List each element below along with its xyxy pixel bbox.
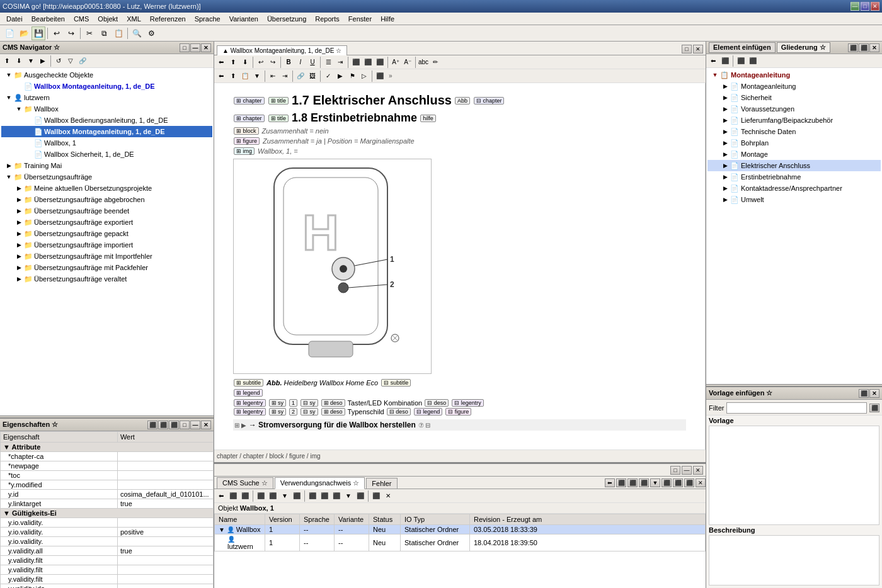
tree-wallbox-folder[interactable]: ▼ 📁 Wallbox (1, 103, 212, 115)
col-status[interactable]: Status (369, 514, 401, 525)
new-btn[interactable]: 📄 (3, 26, 16, 40)
outline-montage-exp[interactable]: ▶ (720, 82, 730, 91)
paste-btn[interactable]: 📋 (112, 26, 125, 40)
btab-ctrl-6[interactable]: ⬛ (662, 478, 672, 487)
prop-ctrl-5[interactable]: — (190, 421, 200, 429)
et2-btn10[interactable]: ▶ (335, 71, 346, 82)
bt-btn7[interactable]: ⬛ (291, 490, 302, 502)
bt-btn4[interactable]: ⬛ (255, 490, 266, 502)
prop-val-toc[interactable] (117, 471, 213, 480)
expander-ausgecheckte[interactable]: ▼ (4, 70, 14, 80)
prop-ctrl-3[interactable]: ⬛ (169, 421, 179, 429)
tree-importiert[interactable]: ▶ 📁 Übersetzungsaufträge importiert (1, 239, 212, 251)
et-btn-1[interactable]: ⬅ (215, 57, 227, 68)
et2-btn8[interactable]: 🖼 (307, 71, 318, 82)
prop-val-yid[interactable]: cosima_default_id_010101... (117, 490, 213, 499)
tab-cms-suche[interactable]: CMS Suche ☆ (217, 477, 273, 489)
outline-erst-exp[interactable]: ▶ (720, 172, 730, 181)
bt-btn10[interactable]: ⬛ (331, 490, 342, 502)
menu-bearbeiten[interactable]: Bearbeiten (28, 14, 69, 23)
btab-ctrl-9[interactable]: ✕ (696, 478, 706, 487)
outline-erstinbetrieb[interactable]: ▶ 📄 Erstinbetriebnahme (707, 171, 881, 183)
outline-lieferumfang[interactable]: ▶ 📄 Lieferumfang/Beipackzubehör (707, 115, 881, 126)
expander-importfehler[interactable]: ▶ (14, 251, 24, 261)
bt-btn13[interactable]: ⬛ (370, 490, 382, 502)
bt-btn6[interactable]: ▼ (279, 490, 290, 502)
et-btn-fwd[interactable]: ↪ (267, 57, 278, 68)
tree-beendet[interactable]: ▶ 📁 Übersetzungsaufträge beendet (1, 205, 212, 217)
outline-liefer-exp[interactable]: ▶ (720, 116, 730, 125)
tree-abgebrochen[interactable]: ▶ 📁 Übersetzungsaufträge abgebrochen (1, 194, 212, 205)
vorlage-ctrl-close[interactable]: ✕ (869, 389, 879, 398)
outline-voraussetzungen[interactable]: ▶ 📄 Voraussetzungen (707, 103, 881, 115)
expander-exportiert[interactable]: ▶ (14, 217, 24, 227)
expander-abgebrochen[interactable]: ▶ (14, 195, 24, 205)
outline-montage[interactable]: ▶ 📄 Montageanleitung (707, 81, 881, 92)
prop-val-ylinktarget[interactable]: true (117, 499, 213, 509)
tree-gepackt[interactable]: ▶ 📁 Übersetzungsaufträge gepackt (1, 228, 212, 239)
tree-wallbox-montage[interactable]: 📄 Wallbox Montageanleitung, 1, de_DE (1, 126, 212, 137)
et2-btn3[interactable]: 📋 (239, 71, 251, 82)
btab-ctrl-4[interactable]: ⬛ (639, 478, 649, 487)
vorlage-ctrl-1[interactable]: ⬛ (859, 389, 869, 398)
prop-val-ymodified[interactable] (117, 480, 213, 490)
nav-tb-1[interactable]: ⬆ (1, 55, 13, 67)
tree-wallbox-sicherheit[interactable]: 📄 Wallbox Sicherheit, 1, de_DE (1, 149, 212, 160)
prop-val-newpage[interactable] (117, 461, 213, 471)
et-pen[interactable]: ✏ (430, 57, 441, 68)
expander-veraltet[interactable]: ▶ (14, 274, 24, 284)
bt-btn5[interactable]: ⬛ (267, 490, 278, 502)
bt-btn3[interactable]: ⬛ (239, 490, 251, 502)
glied-ctrl-1[interactable]: ⬛ (848, 43, 858, 52)
tree-wallbox-montage-checked[interactable]: 📄 Wallbox Montageanleitung, 1, de_DE (1, 81, 212, 92)
expander-lutzwern[interactable]: ▼ (4, 93, 14, 103)
bt-btn8[interactable]: ⬛ (307, 490, 318, 502)
menu-objekt[interactable]: Objekt (94, 14, 122, 23)
tab-element-einfuegen[interactable]: Element einfügen (709, 42, 776, 53)
prop-section-attr-expander[interactable]: ▼ (3, 443, 12, 451)
et-align-c[interactable]: ⬛ (362, 57, 374, 68)
et2-btn2[interactable]: ⬆ (227, 71, 239, 82)
cms-tree[interactable]: ▼ 📁 Ausgecheckte Objekte 📄 Wallbox Monta… (0, 68, 214, 416)
tree-packfehler[interactable]: ▶ 📁 Übersetzungsaufträge mit Packfehler (1, 262, 212, 273)
bottom-table-area[interactable]: Name Version Sprache Variante Status IO … (214, 514, 706, 588)
maximize-button[interactable]: □ (861, 2, 869, 11)
et-italic[interactable]: I (295, 57, 306, 68)
outline-montage2-exp[interactable]: ▶ (720, 150, 730, 159)
nav-tb-expand[interactable]: ▶ (37, 55, 49, 67)
outline-tech-exp[interactable]: ▶ (720, 127, 730, 136)
bt-btn9[interactable]: ⬛ (319, 490, 330, 502)
btab-ctrl-3[interactable]: ⬛ (627, 478, 638, 487)
tab-gliederung[interactable]: Gliederung ☆ (777, 42, 830, 53)
btab-ctrl-7[interactable]: ⬛ (673, 478, 683, 487)
prop-val-valfilt2[interactable] (117, 565, 213, 575)
open-btn[interactable]: 📂 (17, 26, 31, 40)
outline-technische[interactable]: ▶ 📄 Technische Daten (707, 126, 881, 137)
editor-content[interactable]: ⊞ chapter ⊞ title 1.7 Elektrischer Ansch… (214, 83, 706, 449)
tree-wallbox-1[interactable]: 📄 Wallbox, 1 (1, 137, 212, 149)
copy-btn[interactable]: ⧉ (97, 26, 111, 40)
undo-btn[interactable]: ↩ (50, 26, 64, 40)
outline-sicherheit[interactable]: ▶ 📄 Sicherheit (707, 92, 881, 103)
outline-bohr-exp[interactable]: ▶ (720, 139, 730, 147)
tree-aktuelle[interactable]: ▶ 📁 Meine aktuellen Übersetzungsprojekte (1, 183, 212, 194)
gliederung-tree[interactable]: ▼ 📋 Montageanleitung ▶ 📄 Montageanleitun… (706, 68, 882, 384)
tree-lutzwern[interactable]: ▼ 👤 lutzwern (1, 92, 212, 103)
prop-ctrl-2[interactable]: ⬛ (158, 421, 168, 429)
et-align-l[interactable]: ⬛ (350, 57, 362, 68)
settings-btn[interactable]: ⚙ (144, 26, 158, 40)
nav-tb-2[interactable]: ⬇ (13, 55, 25, 67)
outline-voraus-exp[interactable]: ▶ (720, 105, 730, 113)
filter-input[interactable] (726, 402, 867, 414)
minimize-button[interactable]: — (850, 2, 859, 11)
editor-ctrl-1[interactable]: □ (682, 45, 692, 54)
prop-val-v3[interactable] (117, 537, 213, 546)
expander-wallbox[interactable]: ▼ (14, 104, 24, 114)
outline-montage2[interactable]: ▶ 📄 Montage (707, 149, 881, 160)
et-indent[interactable]: ⇥ (335, 57, 346, 68)
prop-val-v2[interactable]: positive (117, 528, 213, 537)
glied-tb-4[interactable]: ⬛ (747, 55, 759, 67)
et2-btn4[interactable]: ▼ (251, 71, 263, 82)
tree-uebersetzung[interactable]: ▼ 📁 Übersetzungsaufträge (1, 171, 212, 183)
prop-val-valfilt3[interactable] (117, 575, 213, 584)
